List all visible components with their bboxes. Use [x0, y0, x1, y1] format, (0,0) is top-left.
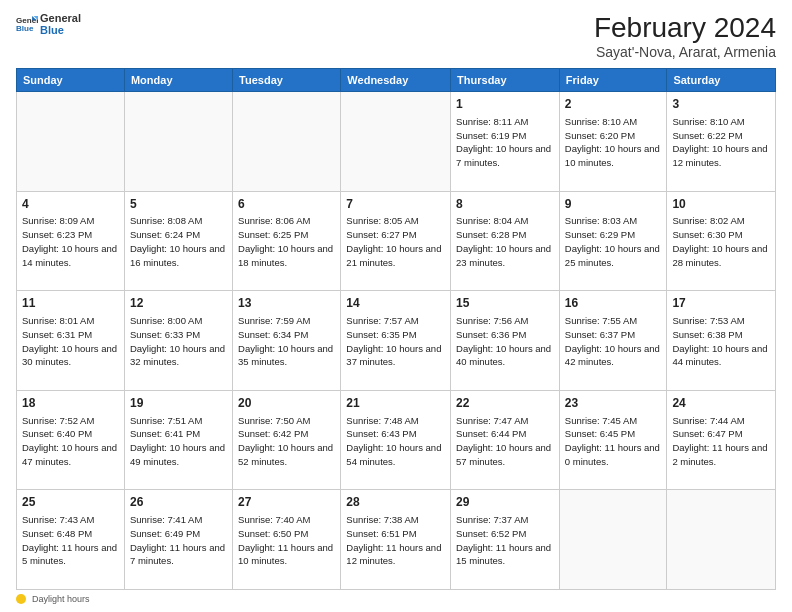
day-number: 14 [346, 295, 445, 312]
day-info: Sunrise: 7:53 AM Sunset: 6:38 PM Dayligh… [672, 314, 770, 369]
calendar-cell [559, 490, 667, 590]
day-number: 29 [456, 494, 554, 511]
day-info: Sunrise: 7:57 AM Sunset: 6:35 PM Dayligh… [346, 314, 445, 369]
calendar-cell: 21Sunrise: 7:48 AM Sunset: 6:43 PM Dayli… [341, 390, 451, 490]
day-info: Sunrise: 7:43 AM Sunset: 6:48 PM Dayligh… [22, 513, 119, 568]
day-info: Sunrise: 7:37 AM Sunset: 6:52 PM Dayligh… [456, 513, 554, 568]
day-number: 11 [22, 295, 119, 312]
day-number: 7 [346, 196, 445, 213]
calendar-day-header: Thursday [451, 69, 560, 92]
calendar-cell: 3Sunrise: 8:10 AM Sunset: 6:22 PM Daylig… [667, 92, 776, 192]
day-info: Sunrise: 7:41 AM Sunset: 6:49 PM Dayligh… [130, 513, 227, 568]
title-block: February 2024 Sayat'-Nova, Ararat, Armen… [594, 12, 776, 60]
calendar-day-header: Tuesday [233, 69, 341, 92]
day-number: 18 [22, 395, 119, 412]
calendar-cell: 11Sunrise: 8:01 AM Sunset: 6:31 PM Dayli… [17, 291, 125, 391]
logo-icon: General Blue [16, 13, 38, 35]
calendar-cell: 4Sunrise: 8:09 AM Sunset: 6:23 PM Daylig… [17, 191, 125, 291]
day-number: 20 [238, 395, 335, 412]
calendar-week-row: 4Sunrise: 8:09 AM Sunset: 6:23 PM Daylig… [17, 191, 776, 291]
day-number: 8 [456, 196, 554, 213]
logo-general: General [40, 12, 81, 24]
calendar-cell: 5Sunrise: 8:08 AM Sunset: 6:24 PM Daylig… [124, 191, 232, 291]
day-info: Sunrise: 8:05 AM Sunset: 6:27 PM Dayligh… [346, 214, 445, 269]
day-number: 9 [565, 196, 662, 213]
footer-label: Daylight hours [32, 594, 90, 604]
day-number: 17 [672, 295, 770, 312]
calendar-day-header: Saturday [667, 69, 776, 92]
day-number: 23 [565, 395, 662, 412]
day-number: 5 [130, 196, 227, 213]
day-info: Sunrise: 7:47 AM Sunset: 6:44 PM Dayligh… [456, 414, 554, 469]
day-info: Sunrise: 8:10 AM Sunset: 6:20 PM Dayligh… [565, 115, 662, 170]
page: General Blue General Blue February 2024 … [0, 0, 792, 612]
calendar-cell: 18Sunrise: 7:52 AM Sunset: 6:40 PM Dayli… [17, 390, 125, 490]
calendar-cell: 28Sunrise: 7:38 AM Sunset: 6:51 PM Dayli… [341, 490, 451, 590]
calendar-week-row: 11Sunrise: 8:01 AM Sunset: 6:31 PM Dayli… [17, 291, 776, 391]
day-info: Sunrise: 7:59 AM Sunset: 6:34 PM Dayligh… [238, 314, 335, 369]
calendar-cell: 2Sunrise: 8:10 AM Sunset: 6:20 PM Daylig… [559, 92, 667, 192]
day-number: 19 [130, 395, 227, 412]
calendar-cell: 1Sunrise: 8:11 AM Sunset: 6:19 PM Daylig… [451, 92, 560, 192]
calendar-cell: 29Sunrise: 7:37 AM Sunset: 6:52 PM Dayli… [451, 490, 560, 590]
svg-text:Blue: Blue [16, 24, 34, 33]
day-number: 22 [456, 395, 554, 412]
day-number: 16 [565, 295, 662, 312]
calendar-cell: 22Sunrise: 7:47 AM Sunset: 6:44 PM Dayli… [451, 390, 560, 490]
day-number: 6 [238, 196, 335, 213]
day-number: 25 [22, 494, 119, 511]
calendar-cell: 24Sunrise: 7:44 AM Sunset: 6:47 PM Dayli… [667, 390, 776, 490]
calendar-cell: 6Sunrise: 8:06 AM Sunset: 6:25 PM Daylig… [233, 191, 341, 291]
month-year: February 2024 [594, 12, 776, 44]
day-number: 27 [238, 494, 335, 511]
calendar-cell: 25Sunrise: 7:43 AM Sunset: 6:48 PM Dayli… [17, 490, 125, 590]
day-info: Sunrise: 8:00 AM Sunset: 6:33 PM Dayligh… [130, 314, 227, 369]
day-info: Sunrise: 7:56 AM Sunset: 6:36 PM Dayligh… [456, 314, 554, 369]
day-info: Sunrise: 7:44 AM Sunset: 6:47 PM Dayligh… [672, 414, 770, 469]
calendar-cell: 9Sunrise: 8:03 AM Sunset: 6:29 PM Daylig… [559, 191, 667, 291]
day-number: 1 [456, 96, 554, 113]
calendar-cell: 27Sunrise: 7:40 AM Sunset: 6:50 PM Dayli… [233, 490, 341, 590]
calendar-week-row: 18Sunrise: 7:52 AM Sunset: 6:40 PM Dayli… [17, 390, 776, 490]
calendar-header-row: SundayMondayTuesdayWednesdayThursdayFrid… [17, 69, 776, 92]
calendar-cell [233, 92, 341, 192]
calendar-table: SundayMondayTuesdayWednesdayThursdayFrid… [16, 68, 776, 590]
calendar-cell [17, 92, 125, 192]
day-number: 12 [130, 295, 227, 312]
logo: General Blue General Blue [16, 12, 81, 36]
day-info: Sunrise: 7:48 AM Sunset: 6:43 PM Dayligh… [346, 414, 445, 469]
day-number: 28 [346, 494, 445, 511]
calendar-cell: 19Sunrise: 7:51 AM Sunset: 6:41 PM Dayli… [124, 390, 232, 490]
day-info: Sunrise: 7:52 AM Sunset: 6:40 PM Dayligh… [22, 414, 119, 469]
day-info: Sunrise: 7:38 AM Sunset: 6:51 PM Dayligh… [346, 513, 445, 568]
calendar-week-row: 1Sunrise: 8:11 AM Sunset: 6:19 PM Daylig… [17, 92, 776, 192]
calendar-cell: 12Sunrise: 8:00 AM Sunset: 6:33 PM Dayli… [124, 291, 232, 391]
day-info: Sunrise: 8:11 AM Sunset: 6:19 PM Dayligh… [456, 115, 554, 170]
calendar-day-header: Friday [559, 69, 667, 92]
calendar-cell: 23Sunrise: 7:45 AM Sunset: 6:45 PM Dayli… [559, 390, 667, 490]
day-info: Sunrise: 8:01 AM Sunset: 6:31 PM Dayligh… [22, 314, 119, 369]
calendar-day-header: Wednesday [341, 69, 451, 92]
day-info: Sunrise: 7:55 AM Sunset: 6:37 PM Dayligh… [565, 314, 662, 369]
day-info: Sunrise: 8:09 AM Sunset: 6:23 PM Dayligh… [22, 214, 119, 269]
calendar-cell [341, 92, 451, 192]
calendar-cell: 8Sunrise: 8:04 AM Sunset: 6:28 PM Daylig… [451, 191, 560, 291]
day-number: 2 [565, 96, 662, 113]
logo-blue: Blue [40, 24, 81, 36]
calendar-cell [667, 490, 776, 590]
day-info: Sunrise: 8:08 AM Sunset: 6:24 PM Dayligh… [130, 214, 227, 269]
calendar-cell: 13Sunrise: 7:59 AM Sunset: 6:34 PM Dayli… [233, 291, 341, 391]
calendar-cell: 14Sunrise: 7:57 AM Sunset: 6:35 PM Dayli… [341, 291, 451, 391]
calendar-cell: 17Sunrise: 7:53 AM Sunset: 6:38 PM Dayli… [667, 291, 776, 391]
day-info: Sunrise: 7:40 AM Sunset: 6:50 PM Dayligh… [238, 513, 335, 568]
sun-icon [16, 594, 26, 604]
calendar-cell: 15Sunrise: 7:56 AM Sunset: 6:36 PM Dayli… [451, 291, 560, 391]
location: Sayat'-Nova, Ararat, Armenia [594, 44, 776, 60]
day-info: Sunrise: 7:45 AM Sunset: 6:45 PM Dayligh… [565, 414, 662, 469]
day-info: Sunrise: 7:51 AM Sunset: 6:41 PM Dayligh… [130, 414, 227, 469]
header: General Blue General Blue February 2024 … [16, 12, 776, 60]
day-number: 10 [672, 196, 770, 213]
calendar-day-header: Monday [124, 69, 232, 92]
day-number: 13 [238, 295, 335, 312]
day-info: Sunrise: 8:02 AM Sunset: 6:30 PM Dayligh… [672, 214, 770, 269]
